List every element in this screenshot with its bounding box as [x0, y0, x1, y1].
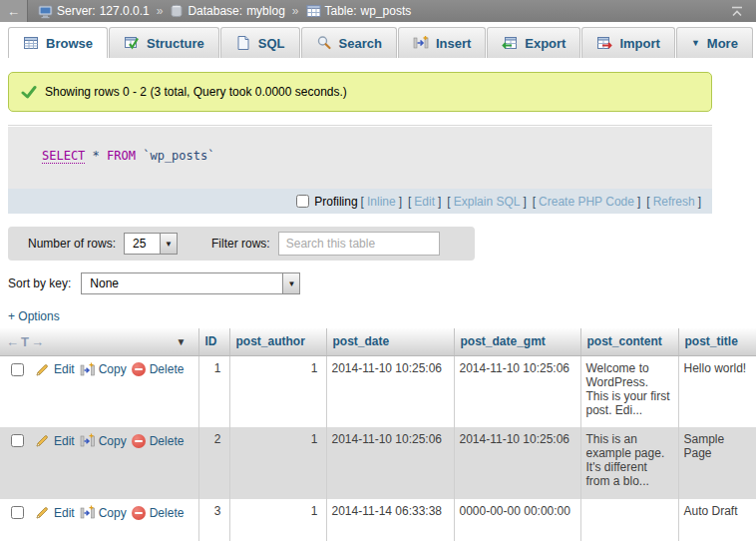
pencil-icon	[35, 433, 50, 448]
search-icon	[316, 35, 332, 51]
tab-sql-label: SQL	[258, 36, 285, 51]
copy-icon	[80, 362, 95, 377]
inline-link[interactable]: Inline	[367, 195, 396, 209]
copy-row-link[interactable]: Copy	[80, 505, 127, 520]
delete-row-link[interactable]: Delete	[132, 434, 185, 448]
tab-structure[interactable]: Structure	[109, 27, 219, 58]
copy-icon	[80, 433, 95, 448]
row-checkbox[interactable]	[11, 434, 24, 447]
create-php-code-link[interactable]: Create PHP Code	[539, 195, 634, 209]
sql-keyword-from: FROM	[107, 149, 136, 163]
edit-label: Edit	[54, 362, 75, 376]
copy-row-link[interactable]: Copy	[80, 362, 127, 377]
section-divider	[8, 125, 712, 126]
tab-search-label: Search	[339, 36, 382, 51]
sort-by-key-select[interactable]: None ▼	[81, 272, 300, 294]
database-value: myblog	[246, 4, 285, 18]
header-post-title[interactable]: post_title	[678, 328, 756, 355]
tab-export-label: Export	[525, 36, 566, 51]
cell-post-title: Hello world!	[678, 355, 756, 427]
import-icon	[596, 35, 612, 51]
edit-label: Edit	[54, 434, 75, 448]
rows-controls-bar: Number of rows: 25 ▼ Filter rows:	[8, 227, 475, 261]
delete-label: Delete	[150, 434, 185, 448]
tab-more-label: More	[707, 36, 738, 51]
row-actions-cell: Edit Copy Delete	[0, 499, 198, 541]
header-post-content[interactable]: post_content	[580, 328, 678, 355]
sort-by-key-value: None	[82, 273, 127, 293]
breadcrumb-database[interactable]: Database: myblog	[170, 4, 284, 19]
tab-export[interactable]: Export	[487, 27, 580, 58]
header-post-date-gmt[interactable]: post_date_gmt	[454, 328, 580, 355]
bracket: [	[447, 195, 450, 209]
cell-post-content: This is an example page. It's different …	[580, 427, 678, 499]
with-selected-caret-icon[interactable]: ▼	[177, 336, 187, 347]
tab-search[interactable]: Search	[301, 27, 397, 58]
tab-more[interactable]: ▼ More	[676, 27, 753, 58]
cell-post-author: 1	[229, 427, 326, 499]
back-arrow-icon: ←	[7, 4, 20, 19]
sql-tools-bar: Profiling [Inline] [Edit] [Explain SQL] …	[8, 189, 712, 214]
collapse-console-icon[interactable]	[730, 6, 744, 17]
cell-post-date: 2014-11-10 10:25:06	[326, 355, 454, 427]
refresh-link[interactable]: Refresh	[653, 195, 695, 209]
breadcrumb-table[interactable]: Table: wp_posts	[306, 4, 412, 18]
sql-query-box: SELECT * FROM `wp_posts` Profiling [Inli…	[8, 127, 712, 214]
browse-icon	[23, 35, 39, 51]
server-label: Server:	[57, 4, 96, 18]
back-button[interactable]: ←	[0, 0, 28, 22]
cell-post-date-gmt: 2014-11-10 10:25:06	[454, 355, 580, 427]
cell-id: 2	[198, 427, 229, 499]
results-table: ←T→ ▼ ID post_author post_date post_date…	[0, 328, 756, 541]
sql-star: *	[93, 149, 100, 163]
cell-id: 3	[198, 499, 229, 541]
edit-row-link[interactable]: Edit	[35, 505, 75, 520]
table-value: wp_posts	[361, 4, 412, 18]
header-post-date[interactable]: post_date	[326, 328, 454, 355]
main-content: Showing rows 0 - 2 (3 total, Query took …	[0, 72, 720, 323]
breadcrumb-separator: »	[157, 4, 164, 18]
sql-icon	[235, 35, 251, 51]
bracket: ]	[438, 195, 441, 209]
tab-import[interactable]: Import	[581, 27, 674, 58]
breadcrumb-server[interactable]: Server: 127.0.0.1	[38, 4, 150, 19]
table-icon	[306, 4, 321, 18]
delete-row-link[interactable]: Delete	[132, 362, 185, 376]
select-caret-icon: ▼	[282, 273, 299, 293]
edit-row-link[interactable]: Edit	[35, 433, 75, 448]
column-nav-arrows[interactable]: ←T→	[6, 334, 46, 349]
explain-sql-link[interactable]: Explain SQL	[454, 195, 521, 209]
delete-icon	[132, 434, 146, 448]
filter-rows-input[interactable]	[278, 232, 440, 256]
tab-structure-label: Structure	[147, 36, 204, 51]
options-toggle-link[interactable]: + Options	[8, 309, 60, 323]
delete-row-link[interactable]: Delete	[132, 506, 185, 520]
profiling-checkbox[interactable]	[296, 195, 309, 208]
success-message: Showing rows 0 - 2 (3 total, Query took …	[8, 72, 712, 112]
copy-label: Copy	[99, 506, 127, 520]
bracket: ]	[637, 195, 640, 209]
tab-import-label: Import	[619, 36, 659, 51]
tab-browse[interactable]: Browse	[8, 27, 108, 58]
copy-row-link[interactable]: Copy	[80, 433, 127, 448]
row-checkbox[interactable]	[11, 363, 24, 376]
chevron-down-icon: ▼	[691, 38, 700, 48]
column-nav-header: ←T→ ▼	[0, 328, 198, 355]
edit-row-link[interactable]: Edit	[35, 362, 75, 377]
edit-query-link[interactable]: Edit	[414, 195, 435, 209]
sql-query-text: SELECT * FROM `wp_posts`	[8, 127, 712, 189]
delete-icon	[132, 362, 146, 376]
header-id[interactable]: ID	[198, 328, 229, 355]
number-of-rows-select[interactable]: 25 ▼	[124, 233, 178, 255]
edit-label: Edit	[54, 506, 75, 520]
filter-rows-label: Filter rows:	[211, 237, 270, 251]
database-label: Database:	[188, 4, 242, 18]
tab-sql[interactable]: SQL	[220, 27, 300, 58]
tab-insert[interactable]: Insert	[398, 27, 486, 58]
table-row: Edit Copy Delete 1 1 2014-11-10 10:25:06…	[0, 355, 756, 427]
sort-by-key-label: Sort by key:	[8, 276, 71, 290]
server-icon	[38, 4, 53, 19]
row-checkbox[interactable]	[11, 506, 24, 519]
header-post-author[interactable]: post_author	[229, 328, 326, 355]
cell-post-title: Sample Page	[678, 427, 756, 499]
